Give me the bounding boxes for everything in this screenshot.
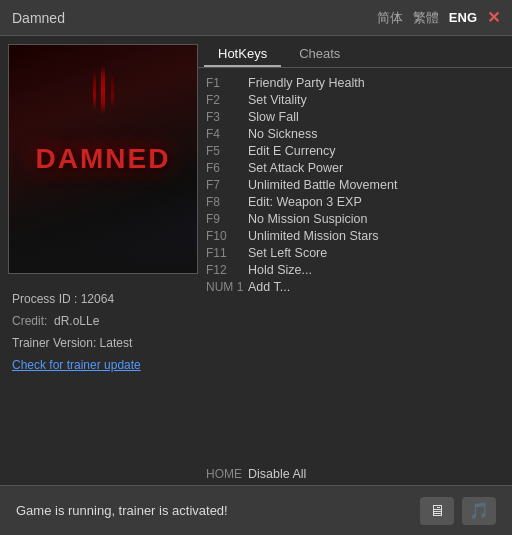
cheat-key: F1 [206, 76, 248, 90]
cheat-row: F8Edit: Weapon 3 EXP [206, 193, 504, 210]
cheat-key: F2 [206, 93, 248, 107]
monitor-icon-button[interactable]: 🖥 [420, 497, 454, 525]
right-panel: HotKeys Cheats F1Friendly Party HealthF2… [198, 36, 512, 485]
cheat-row: NUM 1Add T... [206, 278, 504, 295]
cheat-name[interactable]: No Mission Suspicion [248, 212, 368, 226]
cheat-key: F4 [206, 127, 248, 141]
cheat-name[interactable]: Slow Fall [248, 110, 299, 124]
app-title: Damned [12, 10, 65, 26]
cheat-name[interactable]: Set Vitality [248, 93, 307, 107]
process-id-row: Process ID : 12064 [12, 292, 186, 306]
home-action-label: Disable All [248, 467, 306, 481]
music-icon: 🎵 [469, 501, 489, 520]
cheat-row: F10Unlimited Mission Stars [206, 227, 504, 244]
status-bar: Game is running, trainer is activated! 🖥… [0, 485, 512, 535]
cheat-key: F7 [206, 178, 248, 192]
cheat-name[interactable]: No Sickness [248, 127, 317, 141]
tab-cheats[interactable]: Cheats [285, 42, 354, 67]
info-panel: Process ID : 12064 Credit: dR.oLLe Train… [0, 282, 198, 390]
cheat-row: F3Slow Fall [206, 108, 504, 125]
credit-value: dR.oLLe [54, 314, 99, 328]
update-link-row: Check for trainer update [12, 358, 186, 372]
tabs-bar: HotKeys Cheats [198, 36, 512, 68]
cheat-row: F5Edit E Currency [206, 142, 504, 159]
cheat-row: F11Set Left Score [206, 244, 504, 261]
lang-simplified[interactable]: 简体 [377, 9, 403, 27]
status-icons: 🖥 🎵 [420, 497, 496, 525]
cheat-name[interactable]: Hold Size... [248, 263, 312, 277]
update-link[interactable]: Check for trainer update [12, 358, 141, 372]
credit-label: Credit: [12, 314, 47, 328]
cheat-row: F6Set Attack Power [206, 159, 504, 176]
cheat-row: F4No Sickness [206, 125, 504, 142]
process-id-label: Process ID : 12064 [12, 292, 114, 306]
cheat-key: F9 [206, 212, 248, 226]
cheat-name[interactable]: Add T... [248, 280, 290, 294]
cheat-key: F5 [206, 144, 248, 158]
trainer-version-row: Trainer Version: Latest [12, 336, 186, 350]
cheat-row: F1Friendly Party Health [206, 74, 504, 91]
status-message: Game is running, trainer is activated! [16, 503, 228, 518]
cheat-name[interactable]: Unlimited Mission Stars [248, 229, 379, 243]
trainer-version-label: Trainer Version: Latest [12, 336, 132, 350]
main-content: DAMNED Process ID : 12064 Credit: dR.oLL… [0, 36, 512, 485]
cheat-key: F12 [206, 263, 248, 277]
cheat-name[interactable]: Edit: Weapon 3 EXP [248, 195, 362, 209]
music-icon-button[interactable]: 🎵 [462, 497, 496, 525]
lang-traditional[interactable]: 繁體 [413, 9, 439, 27]
cheat-name[interactable]: Edit E Currency [248, 144, 336, 158]
scratches-decoration [101, 65, 105, 115]
cheat-key: F8 [206, 195, 248, 209]
left-panel: DAMNED Process ID : 12064 Credit: dR.oLL… [0, 36, 198, 485]
cheat-key: F3 [206, 110, 248, 124]
title-bar: Damned 简体 繁體 ENG ✕ [0, 0, 512, 36]
cheat-row: F12Hold Size... [206, 261, 504, 278]
monitor-icon: 🖥 [429, 502, 445, 520]
cheat-name[interactable]: Set Attack Power [248, 161, 343, 175]
game-logo: DAMNED [36, 143, 171, 175]
figure-decoration [9, 113, 197, 273]
cheat-key: F11 [206, 246, 248, 260]
home-row: HOME Disable All [198, 463, 512, 485]
lang-english[interactable]: ENG [449, 10, 477, 25]
cheat-key: NUM 1 [206, 280, 248, 294]
cheat-name[interactable]: Set Left Score [248, 246, 327, 260]
cheat-key: F10 [206, 229, 248, 243]
cheat-row: F7Unlimited Battle Movement [206, 176, 504, 193]
cheats-list: F1Friendly Party HealthF2Set VitalityF3S… [198, 68, 512, 463]
game-image: DAMNED [8, 44, 198, 274]
cheat-row: F9No Mission Suspicion [206, 210, 504, 227]
close-button[interactable]: ✕ [487, 8, 500, 27]
cheat-name[interactable]: Unlimited Battle Movement [248, 178, 397, 192]
home-key-label: HOME [206, 467, 242, 481]
cheat-row: F2Set Vitality [206, 91, 504, 108]
cheat-key: F6 [206, 161, 248, 175]
language-controls: 简体 繁體 ENG ✕ [377, 8, 500, 27]
cheat-name[interactable]: Friendly Party Health [248, 76, 365, 90]
credit-row: Credit: dR.oLLe [12, 314, 186, 328]
tab-hotkeys[interactable]: HotKeys [204, 42, 281, 67]
